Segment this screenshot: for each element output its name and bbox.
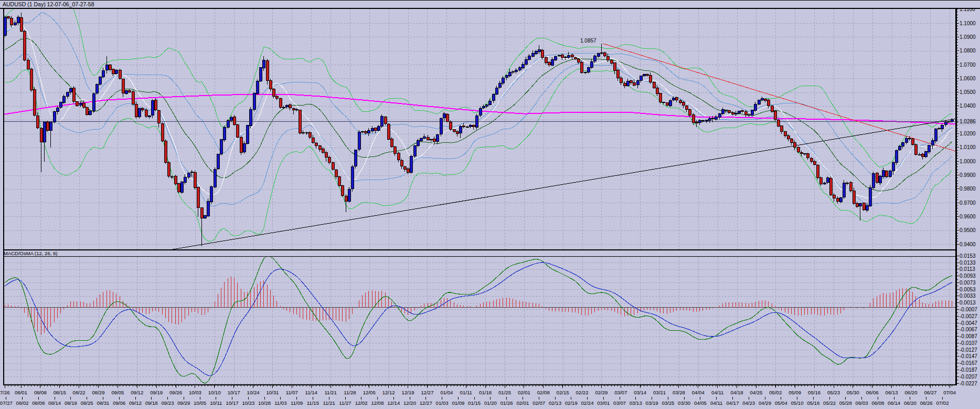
svg-text:06/20: 06/20 [904,400,917,406]
svg-text:12/19: 12/19 [402,390,414,395]
svg-text:10/10: 10/10 [208,390,221,395]
svg-text:0.9700: 0.9700 [960,200,976,206]
svg-text:12/14: 12/14 [387,400,400,406]
svg-text:0.0093: 0.0093 [960,273,976,279]
svg-text:08/31: 08/31 [97,400,109,406]
svg-text:11/21: 11/21 [324,390,336,395]
svg-text:10/23: 10/23 [242,400,254,406]
svg-text:02/01: 02/01 [518,390,530,395]
svg-text:0.0053: 0.0053 [960,287,976,292]
svg-text:08/29: 08/29 [92,390,104,395]
svg-text:-0.0187: -0.0187 [960,367,977,373]
svg-text:03/19: 03/19 [646,400,658,406]
svg-text:06/26: 06/26 [920,400,933,406]
svg-text:-0.0007: -0.0007 [960,307,977,312]
svg-text:04/11: 04/11 [711,390,723,395]
svg-text:06/13: 06/13 [886,390,898,395]
svg-text:1.0600: 1.0600 [960,76,976,81]
svg-text:04/17: 04/17 [726,400,739,406]
svg-text:04/18: 04/18 [731,390,743,395]
svg-text:09/12: 09/12 [129,400,142,406]
svg-text:10/24: 10/24 [247,390,260,395]
svg-text:05/09: 05/09 [789,390,801,395]
svg-text:04/23: 04/23 [742,400,755,406]
svg-text:08/15: 08/15 [54,390,66,395]
svg-text:10/31: 10/31 [266,390,279,395]
svg-text:10/03: 10/03 [189,390,201,395]
svg-text:11/09: 11/09 [291,400,303,406]
svg-text:10/17: 10/17 [228,390,240,395]
svg-text:02/24: 02/24 [581,400,594,406]
svg-text:0.0013: 0.0013 [960,300,976,306]
svg-text:1.0000: 1.0000 [960,159,976,164]
svg-text:04/05: 04/05 [694,400,707,406]
svg-text:1.0400: 1.0400 [960,103,976,109]
svg-text:03/30: 03/30 [678,400,690,406]
svg-text:01/20: 01/20 [484,400,497,406]
svg-text:10/05: 10/05 [194,400,206,406]
svg-text:08/01: 08/01 [15,390,27,395]
svg-text:04/04: 04/04 [692,390,705,395]
svg-text:1.0286: 1.0286 [960,119,976,124]
svg-text:03/28: 03/28 [673,390,685,395]
svg-text:08/22: 08/22 [73,390,86,395]
svg-text:0.9400: 0.9400 [960,242,976,247]
svg-text:02/07: 02/07 [532,400,545,406]
svg-text:-0.0047: -0.0047 [960,320,977,326]
svg-text:08/02: 08/02 [16,400,29,406]
svg-text:12/27: 12/27 [420,400,432,406]
svg-text:01/15: 01/15 [468,400,481,406]
svg-text:03/25: 03/25 [662,400,674,406]
svg-text:09/26: 09/26 [169,390,182,395]
svg-text:12/08: 12/08 [371,400,384,406]
svg-text:05/02: 05/02 [769,390,782,395]
svg-text:10/28: 10/28 [258,400,271,406]
svg-text:02/01: 02/01 [516,400,529,406]
svg-text:-0.0067: -0.0067 [960,327,977,332]
svg-text:01/18: 01/18 [479,390,492,395]
svg-text:-0.0027: -0.0027 [960,313,977,319]
svg-text:01/03: 01/03 [436,400,449,406]
svg-text:11/07: 11/07 [286,390,298,395]
svg-text:11/27: 11/27 [339,400,351,406]
svg-text:1.0100: 1.0100 [960,144,976,150]
svg-text:0.9900: 0.9900 [960,172,976,178]
svg-text:08/08: 08/08 [34,390,47,395]
svg-text:07/02: 07/02 [936,400,949,406]
svg-text:08/14: 08/14 [48,400,61,406]
svg-text:04/11: 04/11 [710,400,722,406]
svg-text:12/12: 12/12 [382,390,395,395]
svg-text:08/25: 08/25 [81,400,93,406]
svg-text:04/29: 04/29 [759,400,771,406]
svg-text:05/23: 05/23 [827,390,840,395]
svg-text:-0.0087: -0.0087 [960,333,977,339]
svg-text:06/14: 06/14 [888,400,901,406]
svg-text:0.0073: 0.0073 [960,280,976,286]
svg-text:7/26: 7/26 [0,390,10,395]
svg-text:1.0900: 1.0900 [960,34,976,40]
svg-text:1.0700: 1.0700 [960,62,976,68]
svg-text:05/30: 05/30 [847,390,859,395]
svg-text:09/29: 09/29 [177,400,190,406]
svg-text:02/15: 02/15 [557,390,569,395]
svg-text:06/08: 06/08 [871,400,884,406]
svg-text:06/03: 06/03 [856,400,868,406]
svg-text:11/21: 11/21 [323,400,335,406]
svg-text:-0.0107: -0.0107 [960,340,977,346]
svg-text:1.0500: 1.0500 [960,89,976,95]
svg-text:09/19: 09/19 [150,390,163,395]
svg-text:01/26: 01/26 [500,400,513,406]
svg-text:07/27: 07/27 [0,400,13,406]
svg-text:08/08: 08/08 [32,400,45,406]
svg-text:11/03: 11/03 [274,400,286,406]
svg-text:-0.0127: -0.0127 [960,347,977,353]
svg-text:11/15: 11/15 [307,400,319,406]
svg-text:0.0153: 0.0153 [960,253,976,259]
svg-text:05/22: 05/22 [823,400,836,406]
svg-text:1.0200: 1.0200 [960,131,976,137]
svg-text:-0.0147: -0.0147 [960,353,977,359]
svg-text:01/11: 01/11 [460,390,472,395]
svg-text:12/05: 12/05 [363,390,376,395]
svg-text:10/11: 10/11 [210,400,222,406]
svg-text:01/25: 01/25 [498,390,511,395]
